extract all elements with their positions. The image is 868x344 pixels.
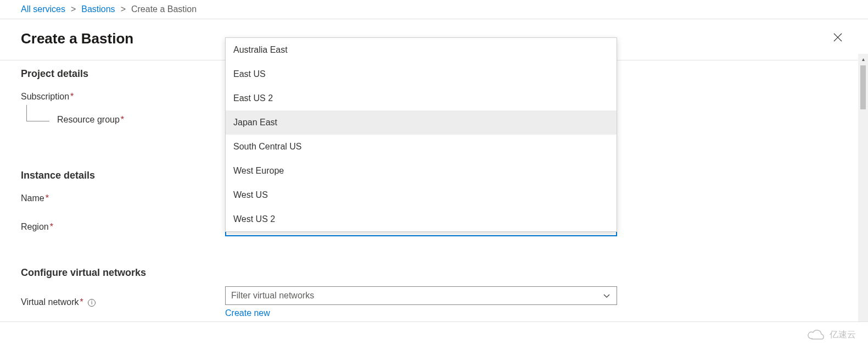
region-option[interactable]: West US [226, 183, 617, 207]
bottom-divider [0, 321, 868, 322]
scroll-thumb[interactable] [860, 65, 866, 109]
chevron-down-icon [602, 291, 611, 300]
required-indicator: * [46, 193, 49, 203]
required-indicator: * [121, 115, 124, 124]
info-icon[interactable]: i [88, 299, 96, 307]
region-option[interactable]: West Europe [226, 159, 617, 183]
watermark: 亿速云 [808, 329, 856, 341]
breadcrumb-current: Create a Bastion [131, 4, 197, 14]
virtual-network-input[interactable] [231, 291, 602, 301]
virtual-network-label: Virtual network [21, 297, 79, 307]
region-option[interactable]: South Central US [226, 135, 617, 159]
cloud-icon [808, 330, 826, 341]
region-option[interactable]: West US 2 [226, 207, 617, 231]
close-button[interactable] [828, 29, 847, 48]
tree-connector-icon [26, 105, 49, 121]
region-option[interactable]: Australia East [226, 38, 617, 62]
region-dropdown-list[interactable]: Australia EastEast USEast US 2Japan East… [226, 38, 617, 231]
required-indicator: * [70, 92, 74, 101]
field-virtual-network: Virtual network* i Create new [21, 286, 838, 318]
virtual-network-combobox[interactable] [225, 286, 617, 305]
region-dropdown-panel: Australia EastEast USEast US 2Japan East… [225, 37, 617, 232]
page-scrollbar[interactable]: ▴ [858, 54, 868, 322]
breadcrumb-separator: > [121, 4, 126, 14]
breadcrumb-link-bastions[interactable]: Bastions [81, 4, 115, 14]
resource-group-label: Resource group [57, 115, 120, 124]
breadcrumb: All services > Bastions > Create a Basti… [0, 0, 868, 19]
page-title: Create a Bastion [21, 30, 133, 47]
scroll-up-arrow-icon[interactable]: ▴ [862, 54, 865, 64]
create-new-link[interactable]: Create new [225, 308, 270, 318]
close-icon [833, 32, 843, 42]
required-indicator: * [50, 222, 53, 231]
region-label: Region [21, 222, 49, 231]
region-option[interactable]: East US [226, 62, 617, 86]
breadcrumb-link-all-services[interactable]: All services [21, 4, 65, 14]
region-option[interactable]: East US 2 [226, 86, 617, 110]
region-option[interactable]: Japan East [226, 110, 617, 135]
name-label: Name [21, 193, 44, 203]
subscription-label: Subscription [21, 92, 69, 101]
section-title-virtual-networks: Configure virtual networks [21, 267, 838, 279]
required-indicator: * [80, 297, 83, 307]
breadcrumb-separator: > [71, 4, 76, 14]
watermark-text: 亿速云 [830, 329, 856, 341]
